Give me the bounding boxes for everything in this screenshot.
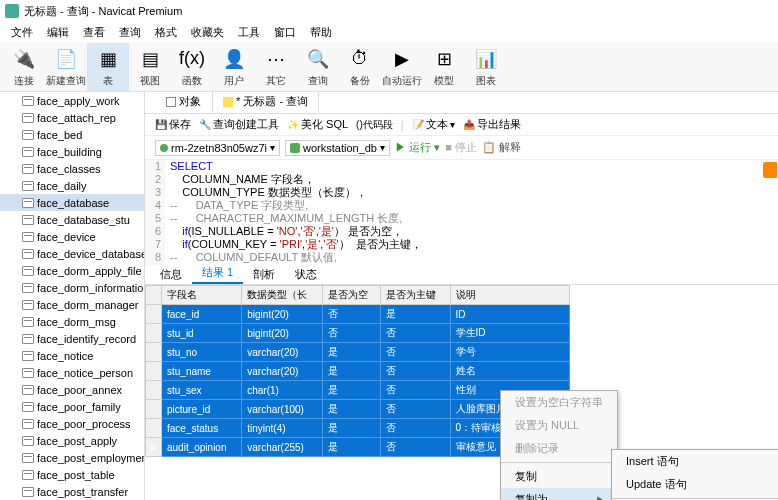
- cell[interactable]: 否: [323, 305, 381, 324]
- cell[interactable]: face_id: [162, 305, 242, 324]
- ctx-item[interactable]: 复制为▸: [501, 488, 617, 500]
- cell[interactable]: stu_name: [162, 362, 242, 381]
- menu-item[interactable]: 收藏夹: [185, 23, 230, 42]
- menu-item[interactable]: 编辑: [41, 23, 75, 42]
- cell[interactable]: stu_sex: [162, 381, 242, 400]
- save-button[interactable]: 💾 保存: [155, 117, 191, 132]
- tree-item[interactable]: face_identify_record: [0, 330, 144, 347]
- tree-item[interactable]: face_apply_work: [0, 92, 144, 109]
- tree-item[interactable]: face_dorm_informatior: [0, 279, 144, 296]
- cell[interactable]: 否: [323, 324, 381, 343]
- tree-item[interactable]: face_database_stu: [0, 211, 144, 228]
- cell[interactable]: tinyint(4): [242, 419, 323, 438]
- col-header[interactable]: 字段名: [162, 286, 242, 305]
- toolbar-连接[interactable]: 🔌连接: [3, 43, 45, 91]
- cell[interactable]: bigint(20): [242, 305, 323, 324]
- connection-select[interactable]: rm-2zetn83n05wz7i ▾: [155, 140, 280, 156]
- cell[interactable]: bigint(20): [242, 324, 323, 343]
- col-header[interactable]: 数据类型（长: [242, 286, 323, 305]
- ctx-item[interactable]: 删除记录: [501, 437, 617, 460]
- menu-item[interactable]: 查询: [113, 23, 147, 42]
- cell[interactable]: 否: [381, 381, 450, 400]
- cell[interactable]: stu_no: [162, 343, 242, 362]
- text-button[interactable]: 📝 文本 ▾: [412, 117, 455, 132]
- menu-item[interactable]: 格式: [149, 23, 183, 42]
- ctx-sub-item[interactable]: Insert 语句: [612, 450, 778, 473]
- toolbar-视图[interactable]: ▤视图: [129, 43, 171, 91]
- tree-item[interactable]: face_post_transfer: [0, 483, 144, 500]
- database-select[interactable]: workstation_db ▾: [285, 140, 390, 156]
- result-tab[interactable]: 结果 1: [192, 263, 243, 284]
- object-tree[interactable]: face_apply_workface_attach_repface_bedfa…: [0, 92, 145, 500]
- toolbar-模型[interactable]: ⊞模型: [423, 43, 465, 91]
- menu-item[interactable]: 文件: [5, 23, 39, 42]
- cell[interactable]: picture_id: [162, 400, 242, 419]
- sql-editor[interactable]: SELECT COLUMN_NAME 字段名， COLUMN_TYPE 数据类型…: [165, 160, 778, 265]
- cell[interactable]: 是: [323, 400, 381, 419]
- ctx-item[interactable]: 设置为 NULL: [501, 414, 617, 437]
- cell[interactable]: 否: [381, 438, 450, 457]
- col-header[interactable]: 是否为空: [323, 286, 381, 305]
- tab-object[interactable]: 对象: [155, 92, 212, 113]
- cell[interactable]: stu_id: [162, 324, 242, 343]
- toolbar-其它[interactable]: ⋯其它: [255, 43, 297, 91]
- menu-item[interactable]: 查看: [77, 23, 111, 42]
- tree-item[interactable]: face_poor_family: [0, 398, 144, 415]
- run-button[interactable]: ▶ 运行 ▾: [395, 140, 440, 155]
- toolbar-备份[interactable]: ⏱备份: [339, 43, 381, 91]
- toolbar-查询[interactable]: 🔍查询: [297, 43, 339, 91]
- tree-item[interactable]: face_notice_person: [0, 364, 144, 381]
- cell[interactable]: 学号: [450, 343, 569, 362]
- tree-item[interactable]: face_poor_process: [0, 415, 144, 432]
- cell[interactable]: 是: [323, 419, 381, 438]
- menu-item[interactable]: 帮助: [304, 23, 338, 42]
- result-tab[interactable]: 信息: [150, 265, 192, 284]
- cell[interactable]: 否: [381, 324, 450, 343]
- tree-item[interactable]: face_post_apply: [0, 432, 144, 449]
- cell[interactable]: 学生ID: [450, 324, 569, 343]
- result-tab[interactable]: 剖析: [243, 265, 285, 284]
- col-header[interactable]: 说明: [450, 286, 569, 305]
- cell[interactable]: face_status: [162, 419, 242, 438]
- cell[interactable]: audit_opinion: [162, 438, 242, 457]
- toolbar-自动运行[interactable]: ▶自动运行: [381, 43, 423, 91]
- tree-item[interactable]: face_dorm_msg: [0, 313, 144, 330]
- cell[interactable]: 姓名: [450, 362, 569, 381]
- toolbar-函数[interactable]: f(x)函数: [171, 43, 213, 91]
- cell[interactable]: varchar(20): [242, 343, 323, 362]
- cell[interactable]: 是: [381, 305, 450, 324]
- cell[interactable]: 否: [381, 362, 450, 381]
- toolbar-表[interactable]: ▦表: [87, 43, 129, 91]
- tree-item[interactable]: face_post_table: [0, 466, 144, 483]
- tree-item[interactable]: face_dorm_manager: [0, 296, 144, 313]
- col-header[interactable]: 是否为主键: [381, 286, 450, 305]
- cell[interactable]: 是: [323, 343, 381, 362]
- tree-item[interactable]: face_bed: [0, 126, 144, 143]
- tree-item[interactable]: face_poor_annex: [0, 381, 144, 398]
- tree-item[interactable]: face_database: [0, 194, 144, 211]
- cell[interactable]: 否: [381, 400, 450, 419]
- tree-item[interactable]: face_dorm_apply_file: [0, 262, 144, 279]
- menu-item[interactable]: 窗口: [268, 23, 302, 42]
- tree-item[interactable]: face_classes: [0, 160, 144, 177]
- tree-item[interactable]: face_notice: [0, 347, 144, 364]
- cell[interactable]: char(1): [242, 381, 323, 400]
- ctx-item[interactable]: 复制: [501, 465, 617, 488]
- tree-item[interactable]: face_daily: [0, 177, 144, 194]
- query-builder-button[interactable]: 🔧 查询创建工具: [199, 117, 279, 132]
- tree-item[interactable]: face_post_employmen: [0, 449, 144, 466]
- cell[interactable]: 是: [323, 381, 381, 400]
- side-panel-icon[interactable]: [763, 162, 777, 178]
- tab-query[interactable]: * 无标题 - 查询: [212, 92, 319, 113]
- toolbar-用户[interactable]: 👤用户: [213, 43, 255, 91]
- ctx-item[interactable]: 设置为空白字符串: [501, 391, 617, 414]
- menu-item[interactable]: 工具: [232, 23, 266, 42]
- snippet-button[interactable]: ()代码段: [356, 118, 393, 132]
- cell[interactable]: ID: [450, 305, 569, 324]
- toolbar-新建查询[interactable]: 📄新建查询: [45, 43, 87, 91]
- toolbar-图表[interactable]: 📊图表: [465, 43, 507, 91]
- tree-item[interactable]: face_device_database: [0, 245, 144, 262]
- cell[interactable]: varchar(255): [242, 438, 323, 457]
- ctx-sub-item[interactable]: Update 语句: [612, 473, 778, 496]
- result-tab[interactable]: 状态: [285, 265, 327, 284]
